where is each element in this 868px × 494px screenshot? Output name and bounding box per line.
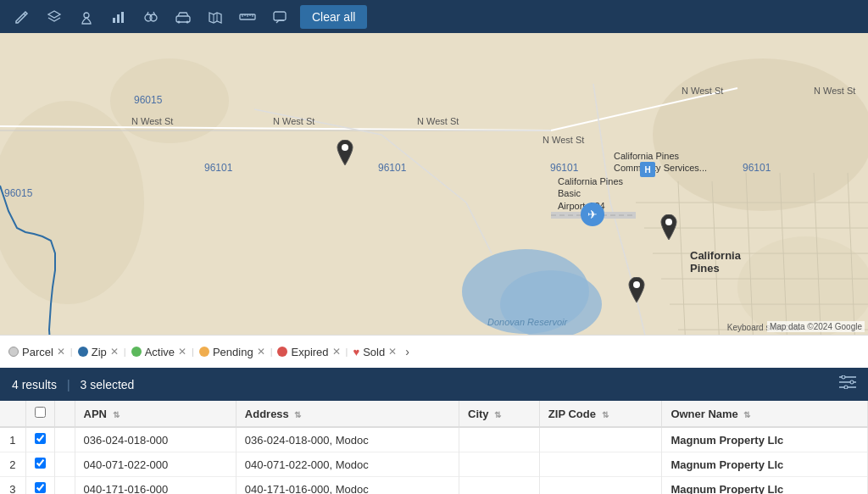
svg-point-44 <box>633 281 640 288</box>
svg-point-48 <box>842 375 845 379</box>
svg-point-43 <box>665 219 672 225</box>
table-row: 2 040-071-022-000 040-071-022-000, Modoc… <box>0 452 868 477</box>
map-tool-button[interactable] <box>200 2 231 32</box>
filter-zip-label: Zip <box>92 346 107 358</box>
svg-point-16 <box>500 270 602 338</box>
filter-parcel-label: Parcel <box>22 346 53 358</box>
filter-expired-label: Expired <box>291 346 328 358</box>
ruler-tool-button[interactable] <box>232 2 263 32</box>
table-header-row: APN ⇅ Address ⇅ City ⇅ ZIP Code ⇅ Owner … <box>0 401 868 427</box>
car-tool-button[interactable] <box>168 2 198 32</box>
select-all-checkbox[interactable] <box>35 407 46 418</box>
svg-rect-3 <box>121 12 124 23</box>
sold-icon: ♥ <box>353 346 359 358</box>
filter-sold-label: Sold <box>363 346 385 358</box>
parcel-dot <box>8 347 19 357</box>
california-pines-label: CaliforniaPines <box>690 249 741 275</box>
filter-sold-remove[interactable]: ✕ <box>388 347 397 357</box>
row-apn-1: 036-024-018-000 <box>75 427 236 452</box>
col-address[interactable]: Address ⇅ <box>236 401 459 427</box>
row-extra-3 <box>54 477 75 495</box>
col-apn[interactable]: APN ⇅ <box>75 401 236 427</box>
map-attribution: Map data ©2024 Google <box>767 321 865 332</box>
col-check1[interactable] <box>25 401 54 427</box>
filter-pending-remove[interactable]: ✕ <box>257 347 265 357</box>
svg-point-11 <box>653 58 868 211</box>
svg-line-24 <box>466 203 492 253</box>
filter-active-label: Active <box>145 346 175 358</box>
zip-label-96101-1: 96101 <box>204 162 232 174</box>
filter-expired-remove[interactable]: ✕ <box>332 347 341 357</box>
message-tool-button[interactable] <box>264 2 295 32</box>
road-label-nwest-2: N West St <box>273 116 314 126</box>
row-city-2 <box>459 452 540 477</box>
clear-all-button[interactable]: Clear all <box>300 5 367 29</box>
row-checkbox-2[interactable] <box>25 452 54 477</box>
pencil-tool-button[interactable] <box>7 2 37 32</box>
table-row: 1 036-024-018-000 036-024-018-000, Modoc… <box>0 427 868 452</box>
col-check2 <box>54 401 75 427</box>
zip-dot <box>78 347 88 357</box>
svg-rect-10 <box>274 12 286 20</box>
filter-parcel-remove[interactable]: ✕ <box>57 347 65 357</box>
filter-pill-active: Active ✕ <box>131 346 186 358</box>
map-pin-1[interactable] <box>335 140 355 169</box>
col-city[interactable]: City ⇅ <box>459 401 540 427</box>
pending-dot <box>199 347 209 357</box>
row-address-1: 036-024-018-000, Modoc <box>236 427 459 452</box>
community-services-label: California PinesCommunity Services... <box>614 150 707 175</box>
row-zip-1 <box>539 427 662 452</box>
filter-active-remove[interactable]: ✕ <box>178 347 186 357</box>
results-separator: | <box>67 378 70 391</box>
row-owner-3: Magnum Property Llc <box>662 477 868 495</box>
row-apn-2: 040-071-022-000 <box>75 452 236 477</box>
row-checkbox-1[interactable] <box>25 427 54 452</box>
svg-point-7 <box>178 20 181 23</box>
map-container: Donovan Reservoir 96015 96015 9610 <box>0 33 868 368</box>
road-label-nwest-1: N West St <box>131 116 173 126</box>
map-pin-3[interactable] <box>626 277 647 306</box>
row-num-1: 1 <box>0 427 25 452</box>
road-label-nwest-5: N West St <box>814 86 855 96</box>
row-city-1 <box>459 427 540 452</box>
pin-tool-button[interactable] <box>71 2 102 32</box>
row-extra-1 <box>54 427 75 452</box>
zip-label-96015-1: 96015 <box>134 94 162 106</box>
row-checkbox-3[interactable] <box>25 477 54 495</box>
hotel-icon: H <box>640 162 655 177</box>
results-settings-button[interactable] <box>839 375 856 393</box>
zip-label-96015-2: 96015 <box>4 187 32 199</box>
layers-tool-button[interactable] <box>39 2 70 32</box>
svg-point-8 <box>186 20 189 23</box>
sep-4: | <box>270 347 273 357</box>
road-label-nwest-3: N West St <box>417 116 459 126</box>
chart-tool-button[interactable] <box>103 2 134 32</box>
zip-label-96101-4: 96101 <box>743 162 771 174</box>
results-count: 4 results <box>12 378 57 391</box>
expired-dot <box>277 347 287 357</box>
svg-point-49 <box>850 380 854 384</box>
road-label-nwest-6: N West St <box>542 135 584 145</box>
row-num-2: 2 <box>0 452 25 477</box>
row-address-3: 040-171-016-000, Modoc <box>236 477 459 495</box>
row-num-3: 3 <box>0 477 25 495</box>
svg-point-42 <box>342 144 348 151</box>
col-owner[interactable]: Owner Name ⇅ <box>662 401 868 427</box>
filter-pill-zip: Zip ✕ <box>78 346 119 358</box>
filter-pill-sold: ♥ Sold ✕ <box>353 346 397 358</box>
active-dot <box>131 347 142 357</box>
table-body: 1 036-024-018-000 036-024-018-000, Modoc… <box>0 427 868 494</box>
col-num <box>0 401 25 427</box>
road-label-nwest-4: N West St <box>682 86 723 96</box>
row-address-2: 040-071-022-000, Modoc <box>236 452 459 477</box>
filter-more-button[interactable]: › <box>402 343 413 360</box>
col-zip[interactable]: ZIP Code ⇅ <box>539 401 662 427</box>
filter-pill-pending: Pending ✕ <box>199 346 265 358</box>
sep-1: | <box>70 347 73 357</box>
sep-3: | <box>192 347 194 357</box>
airport-icon: ✈ <box>581 203 604 226</box>
map-pin-2[interactable] <box>659 214 679 243</box>
binoculars-tool-button[interactable] <box>136 2 166 32</box>
svg-rect-2 <box>117 14 120 23</box>
filter-zip-remove[interactable]: ✕ <box>110 347 119 357</box>
